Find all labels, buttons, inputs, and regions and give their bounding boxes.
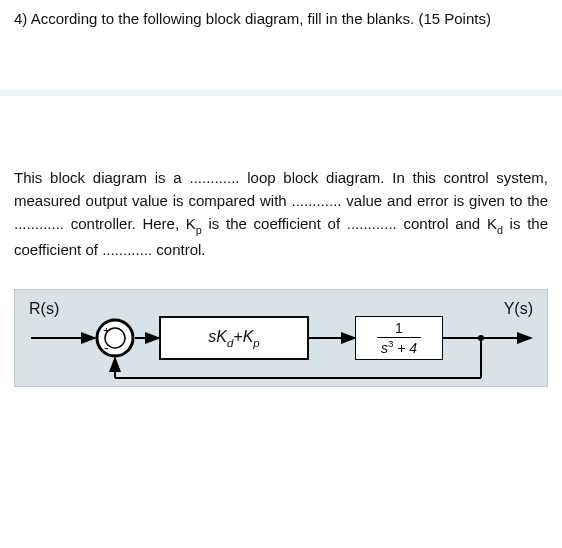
- question-number: 4): [14, 10, 27, 27]
- blank: ............: [102, 241, 152, 258]
- question-header: 4) According to the following block diag…: [14, 8, 548, 30]
- text-seg: is the coefficient of: [202, 215, 347, 232]
- controller-block: sKd+Kp: [159, 316, 309, 360]
- ctrl-sub-p: p: [253, 337, 259, 349]
- blank: ............: [292, 192, 342, 209]
- blank: ............: [189, 169, 239, 186]
- text-seg: control.: [152, 241, 205, 258]
- plant-numerator: 1: [391, 321, 407, 337]
- blank: ............: [347, 215, 397, 232]
- sum-plus: +: [103, 324, 110, 338]
- subscript-p: p: [196, 224, 202, 236]
- block-diagram: R(s) Y(s) + - sKd+Kp: [14, 289, 548, 387]
- question-prompt: According to the following block diagram…: [31, 10, 491, 27]
- blank: ............: [14, 215, 64, 232]
- plant-block: 1 s3 + 4: [355, 316, 443, 360]
- ctrl-plus: +K: [233, 328, 253, 345]
- text-seg: This block diagram is a: [14, 169, 189, 186]
- ctrl-expr: sK: [208, 328, 227, 345]
- svg-point-7: [478, 335, 484, 341]
- den-s: s: [381, 340, 388, 356]
- ctrl-sub-d: d: [227, 337, 233, 349]
- text-seg: control and K: [397, 215, 497, 232]
- section-divider: [0, 90, 562, 96]
- text-seg: controller. Here, K: [64, 215, 196, 232]
- sum-minus: -: [104, 340, 109, 356]
- den-rest: + 4: [393, 340, 417, 356]
- summing-junction: + -: [95, 318, 135, 358]
- plant-denominator: s3 + 4: [377, 337, 421, 356]
- subscript-d: d: [497, 224, 503, 236]
- text-seg: value and error is given to the: [342, 192, 548, 209]
- fill-in-paragraph: This block diagram is a ............ loo…: [14, 166, 548, 261]
